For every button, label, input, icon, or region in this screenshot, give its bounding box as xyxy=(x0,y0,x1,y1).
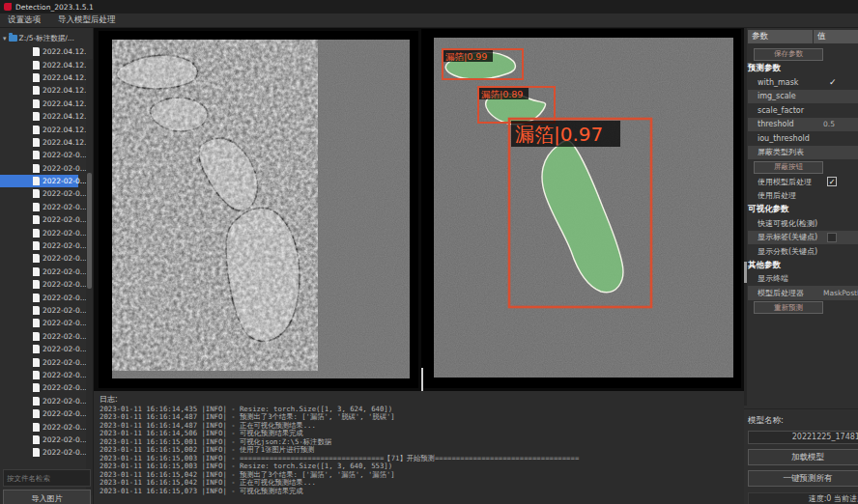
tree-item[interactable]: 2022.04.12... xyxy=(0,123,86,135)
param-row[interactable]: 显示分数(关键点) xyxy=(748,244,858,259)
param-row[interactable]: threshold0.5 xyxy=(748,118,858,132)
detection-label-2: 漏箔|0.89 xyxy=(481,89,523,99)
tree-item-label: 2022-02-0... xyxy=(43,151,86,159)
tree-item[interactable]: 2022.04.12... xyxy=(0,45,86,58)
param-label: scale_factor xyxy=(758,106,823,115)
tree-item[interactable]: 2022-02-0... xyxy=(0,317,86,329)
tree-item-label: 2022-02-0... xyxy=(43,435,86,444)
load-model-button[interactable]: 加载模型 xyxy=(748,449,858,465)
tree-item-label: 2022-02-0... xyxy=(43,241,86,250)
tree-item[interactable]: 2022-02-0... xyxy=(0,395,86,407)
tree-item[interactable]: 2022.04.12... xyxy=(0,84,86,97)
check-icon: ✓ xyxy=(829,77,837,87)
original-image xyxy=(112,40,410,378)
params-scrollbar[interactable] xyxy=(744,28,747,406)
tree-item[interactable]: 2022-02-0... xyxy=(0,175,78,187)
tree-item[interactable]: 2022-02-0... xyxy=(0,355,86,368)
tree-item[interactable]: 2022.04.12... xyxy=(0,98,86,110)
predict-all-button[interactable]: 一键预测所有 xyxy=(748,470,858,487)
param-row[interactable]: 显示标签(关键点) xyxy=(748,231,858,245)
param-row[interactable]: img_scale xyxy=(748,90,858,104)
tree-item[interactable]: 2022-02-0... xyxy=(0,149,86,161)
param-action-button[interactable]: 保存参数 xyxy=(754,48,823,61)
param-label: 屏蔽类型列表 xyxy=(758,147,823,157)
tree-item-label: 2022-02-0... xyxy=(43,203,86,211)
param-action-button[interactable]: 屏蔽按钮 xyxy=(754,161,823,174)
param-checkbox[interactable]: ✓ xyxy=(827,177,837,186)
param-row[interactable]: 屏蔽类型列表 xyxy=(748,146,858,160)
tree-item[interactable]: 2022-02-0... xyxy=(0,304,86,317)
tree-item-label: 2022.04.12... xyxy=(43,99,86,108)
original-image-panel[interactable] xyxy=(99,31,418,388)
param-value[interactable]: 0.5 xyxy=(823,120,835,128)
param-row[interactable]: 使用模型后处理✓ xyxy=(748,175,858,189)
menu-bar: 设置选项 导入模型后处理 xyxy=(0,14,858,28)
search-input[interactable] xyxy=(3,469,91,487)
tree-item[interactable]: 2022.04.12... xyxy=(0,58,86,70)
tree-item-label: 2022-02-0... xyxy=(43,215,86,224)
param-row[interactable]: 使用后处理 xyxy=(748,189,858,204)
tree-item[interactable]: 2022-02-0... xyxy=(0,226,86,238)
file-icon xyxy=(33,215,40,224)
tree-item[interactable]: 2022-02-0... xyxy=(0,407,86,420)
file-icon xyxy=(33,319,40,327)
log-line: 2023-01-11 16:16:15,073 |INFO| - 可视化预测结果… xyxy=(100,488,741,495)
param-section-header: 其他参数 xyxy=(748,259,858,272)
param-row[interactable]: with_mask✓ xyxy=(748,75,858,90)
tree-item[interactable]: 2022-02-0... xyxy=(0,291,86,303)
file-icon xyxy=(33,189,40,198)
file-tree: ▾ Z:/5-标注数据/... 2022.04.12...2022.04.12.… xyxy=(0,31,86,467)
prediction-image-panel[interactable]: 漏箔|0.99 漏箔|0.89 漏箔|0.97 xyxy=(421,29,741,388)
tree-item[interactable]: 2022-02-0... xyxy=(0,381,86,394)
tree-root-folder[interactable]: ▾ Z:/5-标注数据/... xyxy=(0,31,86,45)
tree-item[interactable]: 2022.04.12... xyxy=(0,110,86,123)
tree-item[interactable]: 2022-02-0... xyxy=(0,213,86,226)
tree-item[interactable]: 2022-02-0... xyxy=(0,369,86,381)
tree-item[interactable]: 2022-02-0... xyxy=(0,162,86,175)
tree-item[interactable]: 2022-02-0... xyxy=(0,343,86,355)
import-images-button[interactable]: 导入图片 xyxy=(3,490,91,504)
tree-item[interactable]: 2022.04.12... xyxy=(0,71,86,84)
file-tree-items: 2022.04.12...2022.04.12...2022.04.12...2… xyxy=(0,45,86,460)
param-checkbox[interactable] xyxy=(827,233,837,242)
tree-item[interactable]: 2022-02-0... xyxy=(0,278,86,291)
file-icon xyxy=(33,47,40,56)
param-row[interactable]: 快速可视化(检测) xyxy=(748,216,858,231)
param-row[interactable]: 模型后处理器MaskPostPro xyxy=(748,286,858,300)
tree-item-label: 2022.04.12... xyxy=(43,73,86,82)
tree-item[interactable]: 2022-02-0... xyxy=(0,420,86,433)
log-output[interactable]: 2023-01-11 16:16:14,435 |INFO| - Resize:… xyxy=(100,406,741,502)
tree-item[interactable]: 2022-02-0... xyxy=(0,252,86,265)
tree-item[interactable]: 2022-02-0... xyxy=(0,434,86,446)
tree-item[interactable]: 2022.04.12... xyxy=(0,136,86,149)
file-icon xyxy=(33,397,40,406)
tree-item[interactable]: 2022-02-0... xyxy=(0,446,86,459)
file-icon xyxy=(33,177,40,185)
tree-item[interactable]: 2022-02-0... xyxy=(0,239,86,252)
param-row[interactable]: scale_factor xyxy=(748,103,858,118)
param-row[interactable]: 显示终端 xyxy=(748,272,858,287)
file-icon xyxy=(33,126,40,134)
param-value[interactable]: MaskPostPro xyxy=(823,289,858,297)
file-icon xyxy=(33,86,40,95)
tree-item[interactable]: 2022-02-0... xyxy=(0,330,86,343)
tree-scrollbar[interactable] xyxy=(86,59,93,495)
param-label: 模型后处理器 xyxy=(758,288,823,298)
tree-item[interactable]: 2022-02-0... xyxy=(0,266,86,278)
model-name-field[interactable]: 20221225_174813 xyxy=(748,431,858,444)
param-action-button[interactable]: 重新预测 xyxy=(754,301,823,314)
tree-item[interactable]: 2022-02-0... xyxy=(0,201,86,213)
tree-scrollbar-thumb[interactable] xyxy=(87,173,92,289)
menu-settings[interactable]: 设置选项 xyxy=(8,14,41,26)
file-icon xyxy=(33,383,40,392)
chevron-down-icon[interactable]: ▾ xyxy=(3,35,7,42)
param-row[interactable]: iou_threshold xyxy=(748,131,858,146)
param-label: with_mask xyxy=(758,78,823,87)
panel-splitter-handle[interactable] xyxy=(421,368,423,391)
params-rows: 保存参数预测参数with_mask✓img_scalescale_factort… xyxy=(748,46,858,316)
param-label: 显示分数(关键点) xyxy=(758,246,823,257)
menu-import-postprocess[interactable]: 导入模型后处理 xyxy=(58,14,116,26)
tree-item[interactable]: 2022-02-0... xyxy=(0,187,86,200)
params-scrollbar-thumb[interactable] xyxy=(744,262,747,283)
tree-item-label: 2022-02-0... xyxy=(43,332,86,341)
